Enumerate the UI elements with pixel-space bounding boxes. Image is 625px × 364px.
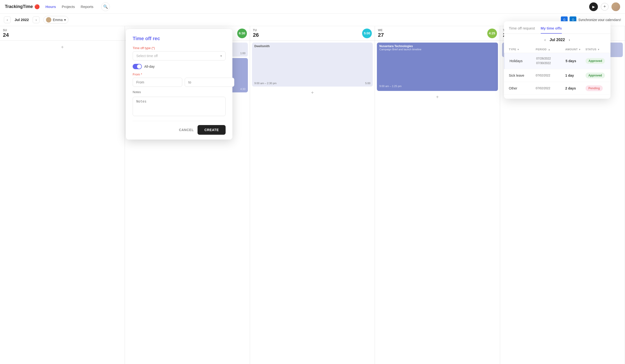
prev-month-arrow[interactable]: ‹ xyxy=(544,38,546,42)
event-dwellsmith-tue[interactable]: Dwellsmith 9:00 am – 2:30 pm5:00 xyxy=(252,43,373,86)
day-badge-wednesday: 4:25 xyxy=(487,28,497,38)
prev-month-button[interactable]: ‹ xyxy=(4,16,11,23)
from-date-input[interactable] xyxy=(133,78,182,87)
day-num-24: 24 xyxy=(3,32,9,38)
col-period: PERIOD ▲ xyxy=(536,48,565,51)
logo-text: TrackingTime xyxy=(5,4,33,9)
from-label: From * xyxy=(133,73,226,76)
notes-label: Notes xyxy=(133,90,226,94)
row-status-other: Pending xyxy=(586,85,606,91)
sort-status-icon: ▾ xyxy=(598,48,599,51)
row-period-sickleave: 07/02/2022 xyxy=(536,73,565,78)
row-amount-holidays: 5 days xyxy=(566,59,586,63)
event-time: 9:00 am – 2:30 pm5:00 xyxy=(254,82,370,85)
current-month: Jul 2022 xyxy=(15,18,29,22)
status-badge-pending: Pending xyxy=(586,85,603,91)
allday-label: All-day xyxy=(144,65,155,68)
allday-toggle-row: All-day xyxy=(133,64,226,69)
day-sunday: SU 24 + xyxy=(0,26,125,364)
row-type-other: Other xyxy=(509,86,536,90)
sort-period-icon: ▲ xyxy=(548,48,550,51)
allday-toggle[interactable] xyxy=(133,64,142,69)
day-body-sunday: + xyxy=(0,41,125,364)
day-body-wednesday: Nusantara Technologies Campaign Brief an… xyxy=(375,41,500,364)
day-num-27: 27 xyxy=(378,32,384,38)
panel-month-label: Jul 2022 xyxy=(549,38,565,42)
row-type-sickleave: Sick leave xyxy=(509,74,536,77)
nav-right: ▶ + xyxy=(589,2,620,11)
top-navigation: TrackingTime 🔴 Hours Projects Reports 🔍 … xyxy=(0,0,625,14)
user-selector[interactable]: Emma ▾ xyxy=(43,16,68,24)
toggle-knob xyxy=(137,64,141,69)
row-period-holidays: 07/26/2022 07/30/2022 xyxy=(536,56,565,66)
to-date-input[interactable] xyxy=(185,78,234,87)
event-nusantara[interactable]: Nusantara Technologies Campaign Brief an… xyxy=(377,43,498,91)
app-logo: TrackingTime 🔴 xyxy=(5,4,40,9)
add-event-tuesday[interactable]: + xyxy=(252,88,373,97)
panel-tabs: Time off request My time offs xyxy=(504,26,610,34)
table-header: TYPE ▾ PERIOD ▲ AMOUNT ▾ STATUS ▾ xyxy=(504,46,610,53)
type-label: Time off type (*) xyxy=(133,46,226,50)
day-label-tue: TU xyxy=(253,28,259,32)
row-status-holidays: Approved xyxy=(586,58,606,64)
col-amount: AMOUNT ▾ xyxy=(565,48,585,51)
main-nav: Hours Projects Reports xyxy=(45,5,94,9)
form-divider xyxy=(133,121,226,121)
type-select[interactable]: Select time off ▾ xyxy=(133,51,226,60)
col-status: STATUS ▾ xyxy=(586,48,606,51)
search-icon: 🔍 xyxy=(103,4,108,9)
status-badge-approved-sick: Approved xyxy=(586,73,605,78)
add-event-wednesday[interactable]: + xyxy=(377,92,498,102)
timeoff-request-panel: Time off rec Time off type (*) Select ti… xyxy=(126,29,232,140)
nav-projects[interactable]: Projects xyxy=(62,5,75,9)
event-title: Nusantara Technologies xyxy=(379,45,495,48)
chevron-down-icon: ▾ xyxy=(220,54,222,58)
day-badge-tuesday: 5:00 xyxy=(362,28,372,38)
day-num-26: 26 xyxy=(253,32,259,38)
chevron-down-icon: ▾ xyxy=(64,18,66,22)
day-label-wed: WE xyxy=(378,28,384,32)
play-button[interactable]: ▶ xyxy=(589,2,598,11)
user-avatar-small xyxy=(46,17,51,23)
tab-timeoff-request[interactable]: Time off request xyxy=(509,26,535,34)
day-label-sun: SU xyxy=(3,28,9,32)
row-amount-other: 2 days xyxy=(565,86,585,90)
add-button[interactable]: + xyxy=(601,3,609,11)
date-range-row xyxy=(133,78,226,87)
status-badge-approved: Approved xyxy=(586,58,605,64)
nav-reports[interactable]: Reports xyxy=(81,5,94,9)
event-sub: Campaign Brief and launch timeline xyxy=(379,48,495,51)
tab-my-timeoffs[interactable]: My time offs xyxy=(541,26,562,34)
timeoff-panel-title: Time off rec xyxy=(133,36,226,41)
type-placeholder: Select time off xyxy=(136,54,157,58)
user-name: Emma xyxy=(53,18,62,22)
add-event-sunday[interactable]: + xyxy=(2,43,123,52)
cancel-button[interactable]: CANCEL xyxy=(179,128,194,132)
timeoff-row-sickleave[interactable]: Sick leave 07/02/2022 1 day Approved xyxy=(504,69,610,82)
create-button[interactable]: CREATE xyxy=(197,125,226,135)
row-type-holidays: Holidays xyxy=(509,59,536,63)
timeoff-row-other[interactable]: Other 07/02/2022 2 days Pending xyxy=(504,82,610,95)
panel-actions: CANCEL CREATE xyxy=(133,125,226,135)
day-header-sunday: SU 24 xyxy=(0,26,125,41)
day-tuesday: TU 26 5:00 Dwellsmith 9:00 am – 2:30 pm5… xyxy=(250,26,375,364)
panel-month-nav: ‹ Jul 2022 › xyxy=(504,34,610,46)
search-button[interactable]: 🔍 xyxy=(101,2,110,11)
col-type: TYPE ▾ xyxy=(509,48,536,51)
event-title: Dwellsmith xyxy=(254,45,370,48)
event-time: 9:00 am – 1:25 pm xyxy=(379,85,495,87)
nav-hours[interactable]: Hours xyxy=(45,5,56,9)
next-month-arrow[interactable]: › xyxy=(569,38,570,42)
sort-amount-icon: ▾ xyxy=(579,48,580,51)
user-avatar[interactable] xyxy=(611,2,620,11)
mytimeoffs-panel: Time off request My time offs ‹ Jul 2022… xyxy=(504,21,610,99)
notes-textarea[interactable] xyxy=(133,97,226,116)
logo-icon: 🔴 xyxy=(34,4,40,9)
day-wednesday: WE 27 4:25 Nusantara Technologies Campai… xyxy=(375,26,500,364)
next-month-button[interactable]: › xyxy=(33,16,39,23)
timeoff-row-holidays[interactable]: Holidays 07/26/2022 07/30/2022 5 days Ap… xyxy=(504,53,610,69)
day-header-wednesday: WE 27 4:25 xyxy=(375,26,500,41)
day-body-tuesday: Dwellsmith 9:00 am – 2:30 pm5:00 + xyxy=(250,41,375,364)
row-period-other: 07/02/2022 xyxy=(536,86,565,91)
sort-type-icon: ▾ xyxy=(518,48,519,51)
